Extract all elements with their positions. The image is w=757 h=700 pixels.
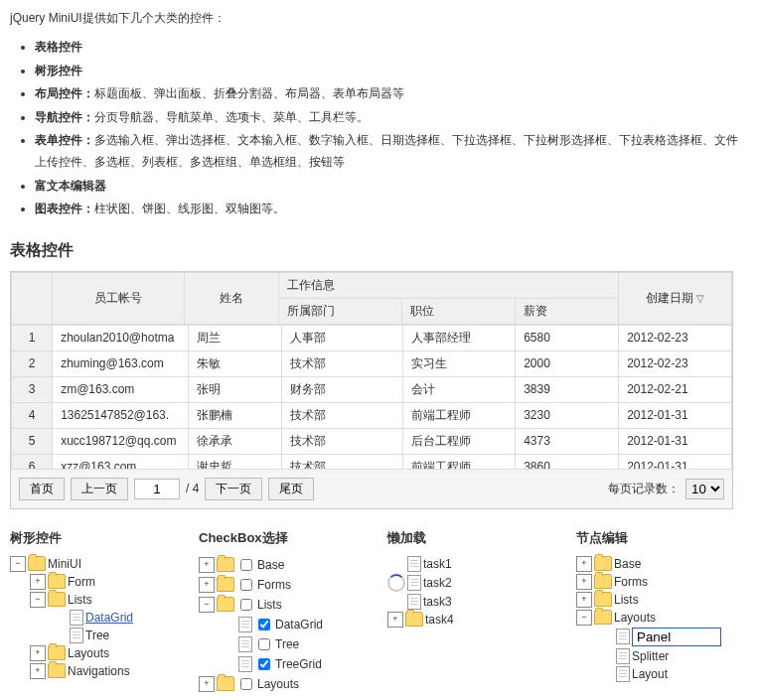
page-size-select[interactable]: 10 [685, 479, 724, 499]
tree-node[interactable]: MiniUI [48, 557, 81, 571]
tree-checkbox[interactable] [240, 599, 252, 611]
tree2-title: CheckBox选择 [199, 529, 358, 547]
tree-checkbox[interactable] [240, 559, 252, 571]
folder-icon [217, 676, 234, 691]
folder-icon [594, 610, 612, 625]
tree-node[interactable]: Forms [257, 578, 291, 592]
collapse-icon[interactable]: − [576, 610, 592, 626]
folder-icon [594, 556, 612, 571]
tree-node[interactable]: Lists [257, 598, 282, 612]
feature-item: 富文本编辑器 [35, 179, 106, 193]
page-input[interactable] [134, 479, 180, 499]
col-work: 工作信息 [279, 272, 619, 298]
tree-node[interactable]: Lists [614, 593, 639, 607]
expand-icon[interactable]: + [576, 592, 592, 608]
tree-node[interactable]: Layouts [257, 677, 299, 691]
node-edit-input[interactable] [632, 628, 721, 646]
file-icon [616, 629, 630, 644]
expand-icon[interactable]: + [30, 645, 46, 661]
expand-icon[interactable]: + [576, 556, 592, 572]
table-row[interactable]: 3zm@163.com张明财务部会计38392012-02-21 [12, 376, 732, 402]
tree-node[interactable]: task1 [423, 557, 452, 571]
col-dept[interactable]: 所属部门 [279, 298, 402, 324]
tree-node[interactable]: Navigations [68, 664, 130, 678]
tree1-title: 树形控件 [10, 529, 169, 547]
tree-checkbox[interactable] [240, 579, 252, 591]
page-size-label: 每页记录数： [608, 481, 680, 497]
tree-node[interactable]: Form [68, 575, 95, 589]
folder-icon [28, 556, 46, 571]
folder-icon [217, 577, 234, 592]
file-icon [238, 656, 252, 672]
table-row[interactable]: 413625147852@163.张鹏楠技术部前端工程师32302012-01-… [12, 402, 732, 428]
sort-desc-icon: ▽ [696, 293, 704, 304]
feature-item: 表格控件 [35, 40, 82, 54]
tree-node[interactable]: Splitter [632, 649, 669, 663]
expand-icon[interactable]: + [576, 574, 592, 590]
tree4-title: 节点编辑 [576, 529, 735, 547]
folder-icon [594, 574, 612, 589]
page-total: / 4 [186, 482, 199, 495]
expand-icon[interactable]: + [199, 676, 215, 692]
last-page-button[interactable]: 尾页 [268, 478, 314, 500]
feature-item: 导航控件： [35, 110, 94, 124]
tree-node[interactable]: Tree [85, 629, 109, 642]
intro-text: jQuery MiniUI提供如下几个大类的控件： [10, 10, 747, 27]
tree-node[interactable]: Lists [68, 593, 92, 607]
table-row[interactable]: 5xucc198712@qq.com徐承承技术部后台工程师43732012-01… [12, 428, 732, 454]
prev-page-button[interactable]: 上一页 [71, 478, 128, 500]
tree-checkbox[interactable] [258, 619, 270, 630]
tree-node-link[interactable]: DataGrid [85, 611, 133, 625]
collapse-icon[interactable]: − [10, 556, 26, 572]
tree-checkbox[interactable] [258, 638, 270, 650]
file-icon [407, 556, 421, 572]
tree-checkbox[interactable] [240, 678, 252, 690]
tree-node[interactable]: Layout [632, 667, 668, 681]
expand-icon[interactable]: + [387, 612, 403, 628]
collapse-icon[interactable]: − [199, 597, 215, 613]
col-emp[interactable]: 员工帐号 [53, 272, 185, 324]
loading-icon [387, 574, 405, 592]
tree-node[interactable]: TreeGrid [275, 657, 322, 671]
tree3-title: 懒加载 [387, 529, 546, 547]
col-date[interactable]: 创建日期 ▽ [618, 272, 731, 324]
tree-node[interactable]: task2 [423, 576, 452, 590]
file-icon [616, 648, 630, 664]
collapse-icon[interactable]: − [30, 592, 46, 608]
file-icon [407, 594, 421, 610]
feature-list: 表格控件 树形控件 布局控件：标题面板、弹出面板、折叠分割器、布局器、表单布局器… [10, 37, 747, 220]
feature-item: 树形控件 [35, 64, 82, 77]
file-icon [238, 617, 252, 632]
first-page-button[interactable]: 首页 [19, 478, 65, 500]
expand-icon[interactable]: + [30, 663, 46, 679]
col-pos[interactable]: 职位 [401, 298, 515, 324]
col-name[interactable]: 姓名 [185, 272, 279, 324]
expand-icon[interactable]: + [199, 557, 215, 573]
tree-node[interactable]: Layouts [68, 646, 109, 660]
file-icon [238, 636, 252, 652]
table-row[interactable]: 1zhoulan2010@hotma周兰人事部人事部经理65802012-02-… [12, 325, 732, 350]
tree-node[interactable]: DataGrid [275, 618, 323, 631]
file-icon [70, 610, 83, 626]
tree-node[interactable]: Tree [275, 637, 299, 651]
tree-node[interactable]: Forms [614, 575, 648, 589]
pager: 首页 上一页 / 4 下一页 尾页 每页记录数： 10 [11, 469, 732, 508]
tree-node[interactable]: Base [257, 558, 284, 572]
file-icon [616, 666, 630, 682]
grid-body[interactable]: 1zhoulan2010@hotma周兰人事部人事部经理65802012-02-… [11, 325, 732, 469]
tree-checkbox[interactable] [258, 658, 270, 670]
feature-item: 布局控件： [35, 86, 94, 100]
file-icon [407, 575, 421, 591]
expand-icon[interactable]: + [199, 577, 215, 593]
col-sal[interactable]: 薪资 [515, 298, 618, 324]
tree-node[interactable]: Base [614, 557, 641, 571]
folder-icon [217, 597, 234, 612]
next-page-button[interactable]: 下一页 [205, 478, 262, 500]
folder-icon [48, 592, 66, 607]
table-row[interactable]: 6xzz@163.com谢忠哲技术部前端工程师38602012-01-31 [12, 454, 732, 469]
expand-icon[interactable]: + [30, 574, 46, 590]
table-row[interactable]: 2zhuming@163.com朱敏技术部实习生20002012-02-23 [12, 350, 732, 376]
tree-node[interactable]: task3 [423, 595, 452, 609]
tree-node[interactable]: task4 [425, 613, 454, 627]
tree-node[interactable]: Layouts [614, 611, 656, 625]
